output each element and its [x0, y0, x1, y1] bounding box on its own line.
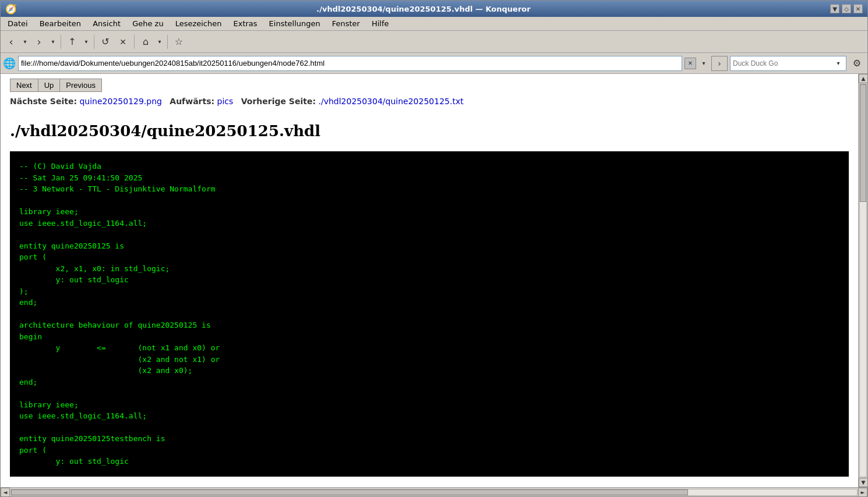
menubar: Datei Bearbeiten Ansicht Gehe zu Lesezei… [1, 17, 867, 31]
toolbar-separator-4 [167, 35, 168, 49]
app-icon: 🧭 [5, 3, 17, 15]
menu-einstellungen[interactable]: Einstellungen [264, 18, 325, 29]
up-dropdown[interactable]: ▾ [82, 34, 91, 50]
menu-extras[interactable]: Extras [229, 18, 262, 29]
next-label: Nächste Seite: [10, 97, 77, 106]
address-clear-button[interactable]: ✕ [684, 58, 696, 69]
window-controls: ▼ ◇ ✕ [830, 4, 863, 13]
search-input[interactable] [733, 59, 833, 68]
menu-ansicht[interactable]: Ansicht [88, 18, 125, 29]
up-label: Aufwärts: [170, 97, 214, 106]
maximize-button[interactable]: ◇ [842, 4, 851, 13]
menu-fenster[interactable]: Fenster [327, 18, 365, 29]
home-button[interactable]: ⌂ [137, 34, 154, 50]
menu-bearbeiten[interactable]: Bearbeiten [35, 18, 86, 29]
address-go-button[interactable]: › [711, 56, 728, 71]
nav-buttons: Next Up Previous [1, 74, 858, 94]
up-link[interactable]: pics [217, 97, 234, 106]
scroll-thumb[interactable] [860, 84, 866, 202]
prev-label: Vorherige Seite: [241, 97, 316, 106]
menu-hilfe[interactable]: Hilfe [367, 18, 394, 29]
scroll-left-button[interactable]: ◄ [1, 488, 10, 497]
title-bar: 🧭 ./vhdl20250304/quine20250125.vhdl — Ko… [1, 1, 867, 17]
scroll-right-button[interactable]: ► [858, 488, 867, 497]
nav-info: Nächste Seite: quine20250129.png Aufwärt… [1, 94, 858, 113]
toolbar-separator-3 [134, 35, 135, 49]
toolbar: ‹ ▾ › ▾ ↑ ▾ ↺ ✕ ⌂ ▾ ☆ [1, 31, 867, 53]
menu-datei[interactable]: Datei [3, 18, 33, 29]
page-title: ./vhdl20250304/quine20250125.vhdl [1, 113, 858, 151]
scroll-down-button[interactable]: ▼ [859, 478, 867, 487]
settings-button[interactable]: ⚙ [849, 55, 865, 72]
next-link[interactable]: quine20250129.png [79, 97, 162, 106]
address-field-wrap [18, 56, 682, 71]
reload-button[interactable]: ↺ [97, 34, 114, 50]
menu-gehe-zu[interactable]: Gehe zu [128, 18, 168, 29]
search-dropdown[interactable]: ▾ [833, 60, 844, 66]
page-icon: 🌐 [3, 57, 16, 70]
page-content: Next Up Previous Nächste Seite: quine202… [1, 74, 858, 487]
close-button[interactable]: ✕ [853, 4, 863, 13]
bookmark-button[interactable]: ☆ [171, 34, 187, 50]
code-block: -- (C) David Vajda -- Sat Jan 25 09:41:5… [10, 151, 849, 477]
toolbar-separator-2 [94, 35, 94, 49]
content-area: Next Up Previous Nächste Seite: quine202… [1, 74, 867, 496]
h-scroll-track[interactable] [10, 489, 858, 496]
stop-button[interactable]: ✕ [115, 34, 131, 50]
vertical-scrollbar: ▲ ▼ [858, 74, 867, 487]
up-nav-button[interactable]: Up [38, 79, 60, 92]
home-dropdown[interactable]: ▾ [155, 34, 164, 50]
address-dropdown[interactable]: ▾ [698, 60, 709, 66]
address-input[interactable] [21, 59, 679, 68]
up-button[interactable]: ↑ [64, 34, 80, 50]
back-button[interactable]: ‹ [3, 34, 19, 50]
toolbar-separator-1 [61, 35, 61, 49]
horizontal-scrollbar: ◄ ► [1, 487, 867, 496]
back-dropdown[interactable]: ▾ [20, 34, 30, 50]
forward-dropdown[interactable]: ▾ [48, 34, 58, 50]
minimize-button[interactable]: ▼ [830, 4, 839, 13]
address-bar: 🌐 ✕ ▾ › ▾ ⚙ [1, 53, 867, 74]
scroll-container: Next Up Previous Nächste Seite: quine202… [1, 74, 867, 487]
prev-link[interactable]: ./vhdl20250304/quine20250125.txt [318, 97, 463, 106]
next-button[interactable]: Next [10, 79, 38, 92]
menu-lesezeichen[interactable]: Lesezeichen [171, 18, 227, 29]
previous-button[interactable]: Previous [59, 79, 102, 92]
scroll-up-button[interactable]: ▲ [859, 74, 867, 83]
scroll-track[interactable] [859, 84, 867, 477]
window-title: ./vhdl20250304/quine20250125.vhdl — Konq… [17, 5, 830, 13]
forward-button[interactable]: › [31, 34, 47, 50]
h-scroll-thumb[interactable] [11, 489, 688, 495]
search-field-wrap: ▾ [730, 56, 846, 71]
